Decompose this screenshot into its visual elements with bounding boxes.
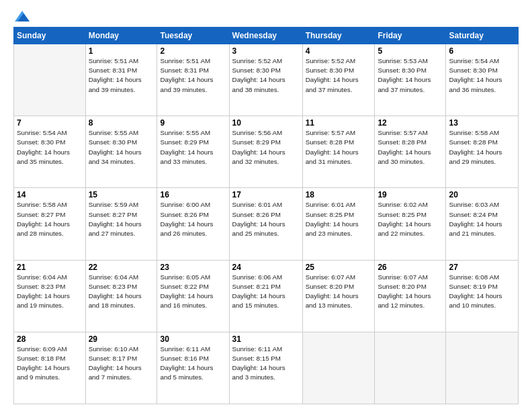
day-info: Sunrise: 5:56 AMSunset: 8:29 PMDaylight:… [232,128,300,167]
day-number: 24 [232,263,300,272]
day-info: Sunrise: 5:52 AMSunset: 8:30 PMDaylight:… [306,56,372,95]
day-number: 9 [160,118,226,128]
day-number: 21 [17,263,83,272]
calendar-cell: 9Sunrise: 5:55 AMSunset: 8:29 PMDaylight… [157,116,229,188]
day-of-week-header: Tuesday [157,28,229,44]
day-info: Sunrise: 6:11 AMSunset: 8:15 PMDaylight:… [232,345,300,383]
day-info: Sunrise: 6:02 AMSunset: 8:25 PMDaylight:… [378,200,443,238]
logo [13,11,31,21]
day-number: 1 [89,46,154,56]
calendar-cell: 13Sunrise: 5:58 AMSunset: 8:28 PMDayligh… [446,116,519,188]
day-info: Sunrise: 6:01 AMSunset: 8:25 PMDaylight:… [306,200,372,238]
calendar-cell: 10Sunrise: 5:56 AMSunset: 8:29 PMDayligh… [229,116,302,188]
day-number: 6 [449,46,515,56]
day-info: Sunrise: 6:01 AMSunset: 8:26 PMDaylight:… [232,200,300,238]
calendar-cell: 30Sunrise: 6:11 AMSunset: 8:16 PMDayligh… [157,332,229,404]
day-info: Sunrise: 6:08 AMSunset: 8:19 PMDaylight:… [449,273,515,311]
day-number: 25 [306,263,372,272]
calendar-cell: 3Sunrise: 5:52 AMSunset: 8:30 PMDaylight… [229,44,302,116]
calendar-cell: 21Sunrise: 6:04 AMSunset: 8:23 PMDayligh… [14,260,86,332]
calendar-cell: 19Sunrise: 6:02 AMSunset: 8:25 PMDayligh… [375,188,446,260]
day-number: 5 [378,46,443,56]
day-number: 10 [232,118,300,128]
day-of-week-header: Thursday [302,28,375,44]
calendar-cell: 5Sunrise: 5:53 AMSunset: 8:30 PMDaylight… [375,44,446,116]
day-info: Sunrise: 6:05 AMSunset: 8:22 PMDaylight:… [160,273,226,311]
day-info: Sunrise: 5:59 AMSunset: 8:27 PMDaylight:… [89,200,154,238]
week-row: 7Sunrise: 5:54 AMSunset: 8:30 PMDaylight… [14,116,519,188]
calendar-cell [446,332,519,404]
day-number: 11 [306,118,372,128]
calendar-cell: 31Sunrise: 6:11 AMSunset: 8:15 PMDayligh… [229,332,302,404]
day-number: 8 [89,118,154,128]
calendar-cell: 11Sunrise: 5:57 AMSunset: 8:28 PMDayligh… [302,116,375,188]
calendar-cell: 17Sunrise: 6:01 AMSunset: 8:26 PMDayligh… [229,188,302,260]
calendar-cell: 20Sunrise: 6:03 AMSunset: 8:24 PMDayligh… [446,188,519,260]
calendar-cell [375,332,446,404]
calendar-cell [14,44,86,116]
day-info: Sunrise: 5:53 AMSunset: 8:30 PMDaylight:… [378,56,443,95]
day-number: 19 [378,190,443,199]
day-number: 2 [160,46,226,56]
calendar-cell: 28Sunrise: 6:09 AMSunset: 8:18 PMDayligh… [14,332,86,404]
day-info: Sunrise: 6:03 AMSunset: 8:24 PMDaylight:… [449,200,515,238]
calendar-cell: 12Sunrise: 5:57 AMSunset: 8:28 PMDayligh… [375,116,446,188]
day-number: 16 [160,190,226,199]
calendar-cell: 25Sunrise: 6:07 AMSunset: 8:20 PMDayligh… [302,260,375,332]
day-info: Sunrise: 5:51 AMSunset: 8:31 PMDaylight:… [160,56,226,95]
page: SundayMondayTuesdayWednesdayThursdayFrid… [0,0,532,411]
day-info: Sunrise: 5:57 AMSunset: 8:28 PMDaylight:… [378,128,443,167]
day-info: Sunrise: 5:52 AMSunset: 8:30 PMDaylight:… [232,56,300,95]
header [13,11,519,21]
day-number: 13 [449,118,515,128]
week-row: 21Sunrise: 6:04 AMSunset: 8:23 PMDayligh… [14,260,519,332]
calendar-cell: 16Sunrise: 6:00 AMSunset: 8:26 PMDayligh… [157,188,229,260]
day-info: Sunrise: 5:55 AMSunset: 8:30 PMDaylight:… [89,128,154,167]
calendar-cell: 4Sunrise: 5:52 AMSunset: 8:30 PMDaylight… [302,44,375,116]
day-number: 23 [160,263,226,272]
calendar-cell: 1Sunrise: 5:51 AMSunset: 8:31 PMDaylight… [85,44,157,116]
day-info: Sunrise: 5:55 AMSunset: 8:29 PMDaylight:… [160,128,226,167]
calendar-cell [302,332,375,404]
calendar-cell: 6Sunrise: 5:54 AMSunset: 8:30 PMDaylight… [446,44,519,116]
day-info: Sunrise: 5:51 AMSunset: 8:31 PMDaylight:… [89,56,154,95]
day-number: 4 [306,46,372,56]
calendar-cell: 22Sunrise: 6:04 AMSunset: 8:23 PMDayligh… [85,260,157,332]
header-row: SundayMondayTuesdayWednesdayThursdayFrid… [14,28,519,44]
calendar-cell: 7Sunrise: 5:54 AMSunset: 8:30 PMDaylight… [14,116,86,188]
day-info: Sunrise: 5:58 AMSunset: 8:27 PMDaylight:… [17,200,83,238]
day-of-week-header: Monday [85,28,157,44]
day-info: Sunrise: 5:54 AMSunset: 8:30 PMDaylight:… [449,56,515,95]
day-info: Sunrise: 6:06 AMSunset: 8:21 PMDaylight:… [232,273,300,311]
calendar-cell: 24Sunrise: 6:06 AMSunset: 8:21 PMDayligh… [229,260,302,332]
calendar-cell: 8Sunrise: 5:55 AMSunset: 8:30 PMDaylight… [85,116,157,188]
day-of-week-header: Friday [375,28,446,44]
day-info: Sunrise: 6:00 AMSunset: 8:26 PMDaylight:… [160,200,226,238]
day-of-week-header: Saturday [446,28,519,44]
day-of-week-header: Wednesday [229,28,302,44]
day-number: 31 [232,334,300,344]
calendar-cell: 18Sunrise: 6:01 AMSunset: 8:25 PMDayligh… [302,188,375,260]
logo-icon [15,11,30,21]
day-info: Sunrise: 6:07 AMSunset: 8:20 PMDaylight:… [378,273,443,311]
day-number: 26 [378,263,443,272]
day-info: Sunrise: 6:09 AMSunset: 8:18 PMDaylight:… [17,345,83,383]
day-number: 27 [449,263,515,272]
day-info: Sunrise: 5:58 AMSunset: 8:28 PMDaylight:… [449,128,515,167]
day-info: Sunrise: 6:07 AMSunset: 8:20 PMDaylight:… [306,273,372,311]
calendar-table: SundayMondayTuesdayWednesdayThursdayFrid… [13,27,519,404]
day-number: 14 [17,190,83,199]
day-info: Sunrise: 6:04 AMSunset: 8:23 PMDaylight:… [89,273,154,311]
day-info: Sunrise: 5:54 AMSunset: 8:30 PMDaylight:… [17,128,83,167]
calendar-cell: 14Sunrise: 5:58 AMSunset: 8:27 PMDayligh… [14,188,86,260]
calendar-cell: 29Sunrise: 6:10 AMSunset: 8:17 PMDayligh… [85,332,157,404]
day-info: Sunrise: 6:11 AMSunset: 8:16 PMDaylight:… [160,345,226,383]
calendar-cell: 26Sunrise: 6:07 AMSunset: 8:20 PMDayligh… [375,260,446,332]
week-row: 1Sunrise: 5:51 AMSunset: 8:31 PMDaylight… [14,44,519,116]
day-number: 22 [89,263,154,272]
day-number: 29 [89,334,154,344]
day-number: 3 [232,46,300,56]
calendar-cell: 27Sunrise: 6:08 AMSunset: 8:19 PMDayligh… [446,260,519,332]
day-info: Sunrise: 5:57 AMSunset: 8:28 PMDaylight:… [306,128,372,167]
day-number: 15 [89,190,154,199]
